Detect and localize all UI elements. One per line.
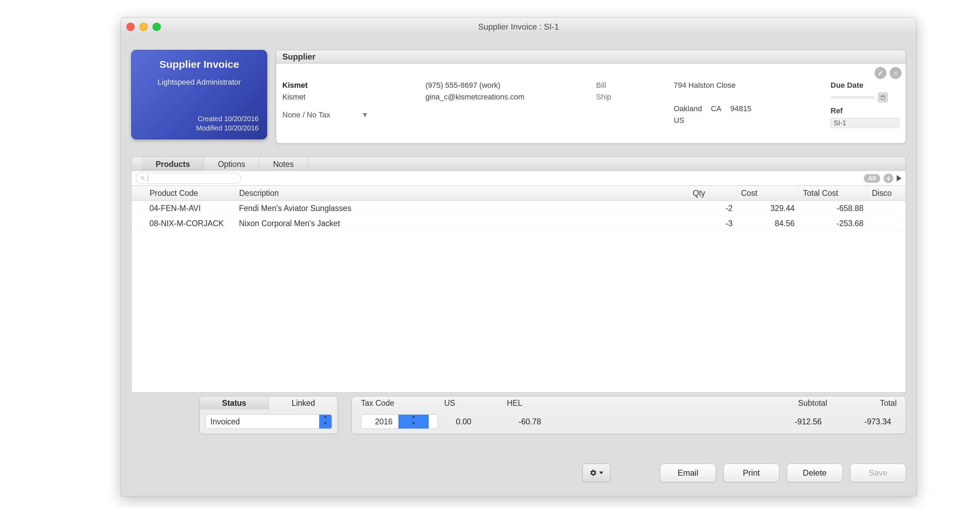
cell-code: 08-NIX-M-CORJACK [145,216,235,231]
supplier-phone: (975) 555-8697 (work) [426,81,542,90]
tab-status[interactable]: Status [200,397,269,410]
tax-dropdown[interactable]: None / No Tax ▼ [282,111,372,119]
total-value: -973.34 [830,417,900,426]
subtotal-value: -912.56 [757,417,830,426]
due-date-input[interactable] [830,96,875,98]
search-icon [140,176,146,181]
table-header-row: Product Code Description Qty Cost Total … [132,186,905,201]
action-bar: Email Print Delete Save [582,464,906,482]
tax-value: None / No Tax [282,111,330,119]
document-info-card: Supplier Invoice Lightspeed Administrato… [131,50,267,140]
cell-disc [868,216,905,231]
col-hel-label: HEL [498,397,568,410]
tab-options[interactable]: Options [204,157,259,171]
tab-notes[interactable]: Notes [259,157,308,171]
col-discount[interactable]: Disco [868,186,905,201]
cell-cost: 329.44 [737,201,799,216]
cell-total: -658.88 [799,201,868,216]
col-product-code[interactable]: Product Code [145,186,235,201]
cell-qty: -3 [689,216,737,231]
col-cost[interactable]: Cost [737,186,799,201]
cell-total: -253.68 [799,216,868,231]
status-select-value: Invoiced [205,417,319,426]
add-line-button[interactable]: ＋ [884,173,893,183]
filter-all-pill[interactable]: All [864,174,880,183]
col-qty[interactable]: Qty [689,186,737,201]
search-input[interactable] [136,173,241,184]
cell-desc: Fendi Men's Aviator Sunglasses [235,201,689,216]
calendar-icon[interactable] [878,92,888,102]
addr-state: CA [711,104,721,113]
ref-input[interactable]: SI-1 [830,118,899,128]
tax-code-select[interactable]: 2016 ▲▼ [361,414,438,429]
supplier-name-1: Kismet [282,81,307,89]
table-row[interactable]: 08-NIX-M-CORJACK Nixon Corporal Men's Ja… [132,216,905,231]
supplier-panel: Supplier Kismet Kismet None / No [276,50,906,143]
bill-label: Bill [596,81,620,90]
document-type-title: Supplier Invoice [140,59,259,70]
supplier-panel-header: Supplier [276,50,905,64]
chevron-down-icon: ▼ [361,111,369,119]
tax-code-label: Tax Code [352,397,435,410]
titlebar: Supplier Invoice : SI-1 [121,17,916,37]
subtotal-label: Subtotal [763,397,836,410]
tab-linked[interactable]: Linked [269,397,338,410]
chevron-down-icon [599,471,603,474]
updown-stepper-icon: ▲▼ [319,415,332,429]
email-button[interactable]: Email [660,464,716,482]
tab-products[interactable]: Products [142,157,204,171]
created-label: Created [198,115,222,122]
col-us-label: US [435,397,498,410]
search-placeholder [148,175,149,181]
modified-value: 10/20/2016 [224,124,259,132]
actions-menu-button[interactable] [582,464,611,482]
list-toolbar: All ＋ [131,171,906,186]
hel-value: -60.78 [510,417,579,426]
cell-desc: Nixon Corporal Men's Jacket [235,216,689,231]
clear-supplier-icon[interactable] [890,67,902,79]
cell-disc [868,201,905,216]
addr-country: US [674,116,777,125]
table-row[interactable]: 04-FEN-M-AVI Fendi Men's Aviator Sunglas… [132,201,905,216]
totals-segment: Tax Code US HEL Subtotal Total 2016 ▲▼ [352,396,906,434]
ref-label: Ref [830,106,899,115]
tax-code-select-value: 2016 [370,417,398,426]
ship-label: Ship [596,92,620,102]
cell-qty: -2 [689,201,737,216]
modified-label: Modified [196,124,223,132]
print-button[interactable]: Print [724,464,779,482]
updown-stepper-icon: ▲▼ [398,415,429,429]
gear-icon [590,469,597,477]
window-title: Supplier Invoice : SI-1 [121,22,916,32]
total-label: Total [836,397,905,410]
detail-tabs: Products Options Notes [131,157,906,172]
save-button[interactable]: Save [850,464,906,482]
app-window: Supplier Invoice : SI-1 Supplier Invoice… [121,17,916,496]
cell-cost: 84.56 [737,216,799,231]
play-next-icon[interactable] [897,175,902,181]
document-user: Lightspeed Administrator [140,78,259,87]
due-date-label: Due Date [830,81,899,90]
addr-city: Oakland [674,104,702,113]
supplier-email: gina_c@kismetcreations.com [426,92,542,102]
col-total[interactable]: Total Cost [799,186,868,201]
col-description[interactable]: Description [235,186,689,201]
status-select[interactable]: Invoiced ▲▼ [205,414,332,429]
cell-code: 04-FEN-M-AVI [145,201,235,216]
addr-zip: 94815 [730,104,751,113]
us-value: 0.00 [447,417,510,426]
created-value: 10/20/2016 [224,115,259,122]
addr-line1: 794 Halston Close [674,81,777,90]
edit-supplier-icon[interactable] [875,67,886,79]
status-segment: Status Linked Invoiced ▲▼ [199,396,338,434]
line-items-table: Product Code Description Qty Cost Total … [131,186,906,393]
delete-button[interactable]: Delete [787,464,843,482]
supplier-name-2: Kismet [282,92,372,102]
